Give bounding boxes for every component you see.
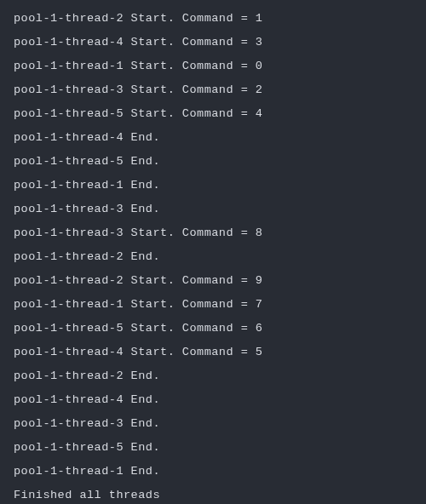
log-line: pool-1-thread-4 End. [14, 126, 426, 150]
log-line: pool-1-thread-3 End. [14, 412, 426, 436]
log-line: pool-1-thread-1 End. [14, 174, 426, 198]
log-line: pool-1-thread-3 Start. Command = 8 [14, 221, 426, 245]
log-line: pool-1-thread-1 Start. Command = 0 [14, 54, 426, 78]
log-line: Finished all threads [14, 484, 426, 504]
log-line: pool-1-thread-2 Start. Command = 1 [14, 7, 426, 31]
log-line: pool-1-thread-3 End. [14, 198, 426, 221]
log-line: pool-1-thread-5 Start. Command = 6 [14, 317, 426, 341]
log-line: pool-1-thread-2 End. [14, 364, 426, 388]
log-line: pool-1-thread-4 End. [14, 388, 426, 412]
log-line: pool-1-thread-5 End. [14, 150, 426, 174]
log-line: pool-1-thread-4 Start. Command = 3 [14, 31, 426, 54]
log-line: pool-1-thread-1 End. [14, 460, 426, 484]
log-line: pool-1-thread-3 Start. Command = 2 [14, 78, 426, 102]
log-line: pool-1-thread-5 End. [14, 436, 426, 460]
log-line: pool-1-thread-5 Start. Command = 4 [14, 102, 426, 126]
log-line: pool-1-thread-4 Start. Command = 5 [14, 341, 426, 364]
log-line: pool-1-thread-2 Start. Command = 9 [14, 269, 426, 293]
log-line: pool-1-thread-1 Start. Command = 7 [14, 293, 426, 317]
log-line: pool-1-thread-2 End. [14, 245, 426, 269]
terminal-output: pool-1-thread-2 Start. Command = 1 pool-… [0, 0, 426, 504]
